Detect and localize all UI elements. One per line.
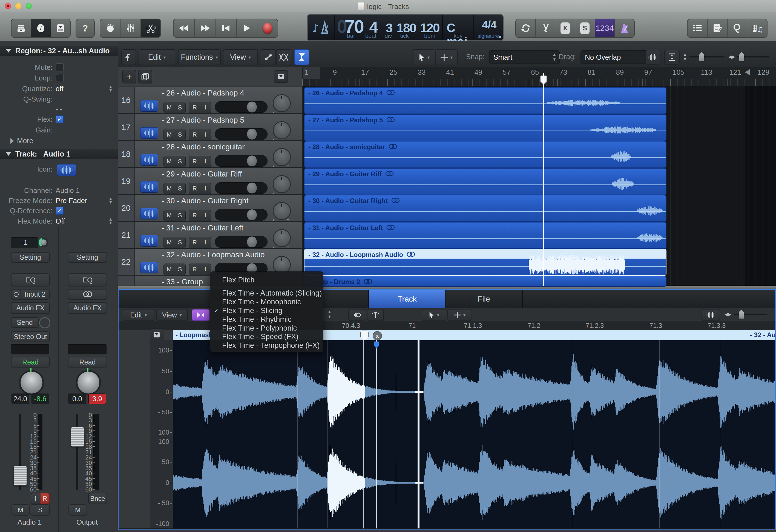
row-value[interactable]: Audio 1 xyxy=(55,186,80,195)
mute-button-right[interactable]: M xyxy=(68,504,87,516)
track-icon[interactable] xyxy=(140,154,158,166)
track-name[interactable]: - 31 - Audio - Guitar Left xyxy=(162,224,243,232)
pan-knob[interactable] xyxy=(273,175,291,193)
record-enable-button[interactable]: R xyxy=(189,237,200,248)
audio-region[interactable]: - 31 - Audio - Guitar Left xyxy=(304,222,666,249)
track-header-options-button[interactable] xyxy=(274,70,288,83)
record-enable-button[interactable]: R xyxy=(40,493,50,504)
track-name[interactable]: - 26 - Audio - Padshop 4 xyxy=(162,89,244,97)
audio-region[interactable]: - 26 - Audio - Padshop 4 xyxy=(304,87,666,114)
menu-item[interactable]: Flex Time - Polyphonic xyxy=(210,324,323,332)
row-value[interactable]: - - xyxy=(55,105,62,113)
volume-slider-thumb[interactable] xyxy=(247,101,257,112)
volume-slider-thumb[interactable] xyxy=(247,183,257,194)
record-enable-button[interactable]: R xyxy=(189,129,200,141)
input-monitor-button[interactable]: I xyxy=(200,156,211,167)
punch-icon[interactable]: X xyxy=(555,19,575,37)
track-header-row[interactable]: 18- 28 - Audio - sonicguitarMSRILR xyxy=(118,141,302,168)
mute-button[interactable]: M xyxy=(164,183,175,194)
stepper-icon[interactable]: ▲▼ xyxy=(108,197,113,204)
solo-button-left[interactable]: S xyxy=(31,504,50,516)
input-monitor-button[interactable]: I xyxy=(200,183,211,194)
pan-knob-left[interactable] xyxy=(19,370,44,395)
slider-thumb[interactable] xyxy=(699,52,704,61)
menu-item[interactable]: Flex Pitch xyxy=(210,276,323,284)
stepper-icon[interactable]: ▲▼ xyxy=(108,85,113,92)
record-enable-button[interactable]: R xyxy=(189,183,200,194)
arrange-menu-functions[interactable]: Functions▾ xyxy=(178,49,221,65)
track-icon[interactable] xyxy=(140,181,158,193)
automation-mode-right[interactable]: Read xyxy=(68,357,107,367)
pointer-tool-button[interactable]: ▾ xyxy=(413,49,435,65)
solo-button[interactable]: S xyxy=(174,264,186,275)
audio-region[interactable]: Group - Drums 2 xyxy=(304,276,666,287)
media-browser-toggle-icon[interactable] xyxy=(51,19,70,37)
end-of-song-marker[interactable] xyxy=(744,69,750,76)
bar-ruler[interactable]: 191725334149576573818997105113121129 xyxy=(302,67,776,86)
catch-playhead-button[interactable] xyxy=(348,309,365,321)
eq-button-right[interactable]: EQ xyxy=(68,273,107,286)
track-inspector-header[interactable]: Track: Audio 1 xyxy=(0,149,118,159)
setting-button-right[interactable]: Setting xyxy=(68,252,107,263)
send-knob[interactable] xyxy=(39,317,50,328)
lcd-position-cell[interactable]: 0 70 4 3 180 bar beat div tick xyxy=(335,15,417,40)
stop-go-to-begin-icon[interactable] xyxy=(215,19,237,37)
arrange-menu-edit[interactable]: Edit▾ xyxy=(139,49,175,65)
input-monitor-button[interactable]: I xyxy=(200,237,211,248)
track-icon[interactable] xyxy=(140,262,158,273)
forward-icon[interactable] xyxy=(195,19,216,37)
audio-region[interactable]: - 27 - Audio - Padshop 5 xyxy=(304,114,666,141)
editor-zoom-slider[interactable]: ◀▶ xyxy=(725,309,768,320)
input-monitoring-button[interactable]: I xyxy=(31,493,40,504)
row-checkbox[interactable] xyxy=(55,74,64,82)
editor-edit-menu[interactable]: Edit▾ xyxy=(123,309,155,321)
menu-item[interactable]: Flex Time - Rhythmic xyxy=(210,315,323,324)
stepper-icon[interactable]: ▲▼ xyxy=(108,217,113,224)
send-button[interactable]: Send xyxy=(11,317,39,328)
cycle-icon[interactable] xyxy=(516,19,536,37)
region-inspector-header[interactable]: Region: - 32 - Au...sh Audio xyxy=(0,46,118,56)
track-name[interactable]: - 30 - Audio - Guitar Right xyxy=(162,197,248,205)
mute-button[interactable]: M xyxy=(164,156,175,167)
track-icon[interactable] xyxy=(140,127,158,139)
volume-slider-thumb[interactable] xyxy=(247,156,257,167)
peak-value-right[interactable]: 3.9 xyxy=(88,393,106,404)
track-icon[interactable] xyxy=(140,235,158,247)
add-track-stack-button[interactable] xyxy=(138,70,152,83)
volume-slider-thumb[interactable] xyxy=(247,128,257,140)
audio-region[interactable]: - 28 - Audio - sonicguitar xyxy=(304,141,666,168)
fader-rail-right[interactable] xyxy=(76,414,78,490)
library-icon[interactable] xyxy=(11,19,31,37)
tab-file[interactable]: File xyxy=(445,290,523,308)
pan-knob[interactable] xyxy=(273,202,291,220)
input-monitor-button[interactable]: I xyxy=(200,210,211,221)
record-enable-button[interactable]: R xyxy=(189,264,200,275)
vertical-zoom-slider[interactable]: ▲▼ xyxy=(683,50,726,63)
lcd-key-cell[interactable]: C maj key xyxy=(443,15,474,40)
media-browser-icon[interactable]: ♫ xyxy=(747,19,767,37)
mute-button-left[interactable]: M xyxy=(11,504,30,516)
rewind-icon[interactable] xyxy=(174,19,195,37)
group-slot-left[interactable] xyxy=(11,344,49,354)
editor-pointer-tool[interactable]: ▾ xyxy=(422,309,446,321)
drag-popup[interactable]: No Overlap▲▼ xyxy=(580,50,652,64)
pan-knob[interactable] xyxy=(273,94,291,112)
volume-value-left[interactable]: 24.0 xyxy=(11,393,29,404)
input-monitor-button[interactable]: I xyxy=(200,102,211,113)
track-name[interactable]: - 29 - Audio - Guitar Riff xyxy=(162,170,242,179)
audio-region[interactable]: - 29 - Audio - Guitar Riff xyxy=(304,168,666,195)
audio-region[interactable]: - 32 - Audio - Loopmash Audio xyxy=(304,249,666,276)
pan-knob[interactable] xyxy=(273,148,291,166)
track-header-row[interactable]: 21- 31 - Audio - Guitar LeftMSRILR xyxy=(118,222,302,249)
back-button[interactable] xyxy=(121,49,136,65)
track-header-row[interactable]: 17- 27 - Audio - Padshop 5MSRILR xyxy=(118,114,302,141)
automation-button[interactable] xyxy=(261,49,276,65)
waveform-zoom-button[interactable] xyxy=(645,50,660,65)
setting-button-left[interactable]: Setting xyxy=(11,252,50,263)
metronome-icon[interactable] xyxy=(615,19,634,37)
menu-item[interactable]: Flex Time - Tempophone (FX) xyxy=(210,341,323,350)
lcd-signature-cell[interactable]: 4/4 signature xyxy=(474,15,503,40)
volume-slider[interactable] xyxy=(215,128,267,140)
track-icon[interactable] xyxy=(140,208,158,220)
lcd-tempo-cell[interactable]: 120 bpm xyxy=(417,15,443,40)
